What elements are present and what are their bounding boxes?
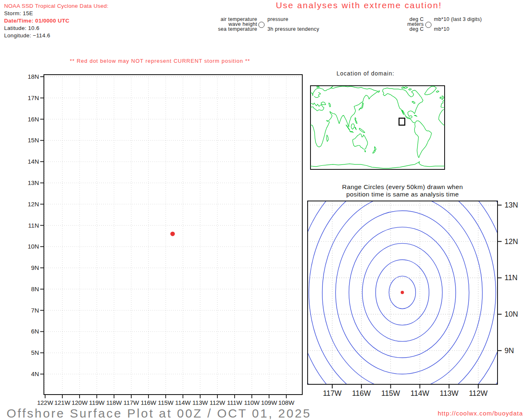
main-plot-lat-tick-label: 18N — [27, 73, 39, 80]
range-circles — [282, 146, 523, 420]
main-plot-lat-tick-label: 9N — [31, 264, 39, 271]
main-plot-lon-tick-label: 114W — [175, 399, 191, 406]
main-plot-lon-tick-label: 120W — [71, 399, 88, 406]
footer-url: http://coolwx.com/buoydata — [438, 410, 523, 417]
main-plot-lat-tick-label: 12N — [27, 201, 39, 208]
range-plot-lon-tick-label: 112W — [469, 389, 488, 397]
range-plot-lat-tick-label: 12N — [504, 237, 518, 246]
main-plot-lon-tick-label: 119W — [89, 399, 105, 406]
main-plot-lat-tick-label: 6N — [31, 328, 39, 335]
range-plot-ticks — [332, 205, 502, 388]
main-plot-lon-tick-label: 108W — [278, 399, 294, 406]
offshore-surface-plot-image: { "colors":{ "text_red":"#f94646","accen… — [0, 0, 525, 420]
main-plot-lat-tick-label: 8N — [31, 285, 39, 292]
main-plot-lat-tick-label: 5N — [31, 349, 39, 356]
main-plot-lon-tick-label: 113W — [192, 399, 208, 406]
main-plot-ticks — [40, 77, 286, 398]
plots-canvas: 122W121W120W119W118W117W116W115W114W113W… — [0, 0, 525, 420]
main-plot-lat-tick-label: 14N — [27, 158, 39, 165]
range-plot-lat-tick-label: 10N — [504, 310, 518, 318]
range-center-storm-dot — [401, 291, 404, 294]
main-plot-lon-tick-label: 122W — [37, 399, 53, 406]
range-plot-lat-tick-label: 13N — [504, 201, 518, 209]
footer-title: Offshore Surface Plot at 00Z / OCT 01, 2… — [7, 406, 311, 420]
range-plot-lon-tick-label: 113W — [440, 389, 459, 397]
main-plot-lat-tick-label: 16N — [27, 116, 39, 123]
range-plot-lon-tick-label: 117W — [323, 389, 342, 397]
main-plot-lon-tick-label: 112W — [210, 399, 226, 406]
main-plot-lat-tick-label: 10N — [27, 243, 39, 250]
storm-position-dot — [170, 232, 175, 236]
world-map — [310, 86, 445, 169]
range-plot-lat-tick-label: 9N — [504, 347, 514, 355]
range-circles-plot: 117W116W115W114W113W112W13N12N11N10N9N — [282, 146, 523, 420]
main-plot-lon-tick-label: 109W — [261, 399, 277, 406]
main-plot-lat-tick-label: 13N — [27, 179, 39, 186]
main-lat-lon-plot: 122W121W120W119W118W117W116W115W114W113W… — [27, 73, 302, 406]
main-plot-lon-tick-label: 111W — [227, 399, 243, 406]
main-plot-lon-tick-label: 118W — [106, 399, 122, 406]
main-plot-lon-tick-label: 116W — [141, 399, 157, 406]
main-plot-lon-tick-label: 121W — [54, 399, 71, 406]
range-plot-lon-tick-label: 116W — [352, 389, 371, 397]
main-plot-lat-tick-label: 17N — [27, 94, 39, 101]
main-plot-lat-tick-label: 11N — [28, 222, 39, 229]
range-plot-lat-tick-label: 11N — [504, 274, 518, 282]
main-plot-lon-tick-label: 110W — [244, 399, 260, 406]
main-plot-lon-tick-label: 115W — [158, 399, 174, 406]
range-plot-lon-tick-label: 114W — [411, 389, 429, 397]
main-plot-lat-tick-label: 4N — [31, 370, 39, 377]
main-plot-lat-tick-label: 7N — [31, 307, 39, 314]
main-plot-lon-tick-label: 117W — [123, 399, 139, 406]
main-plot-lat-tick-label: 15N — [27, 137, 39, 144]
range-plot-lon-tick-label: 115W — [381, 389, 400, 397]
